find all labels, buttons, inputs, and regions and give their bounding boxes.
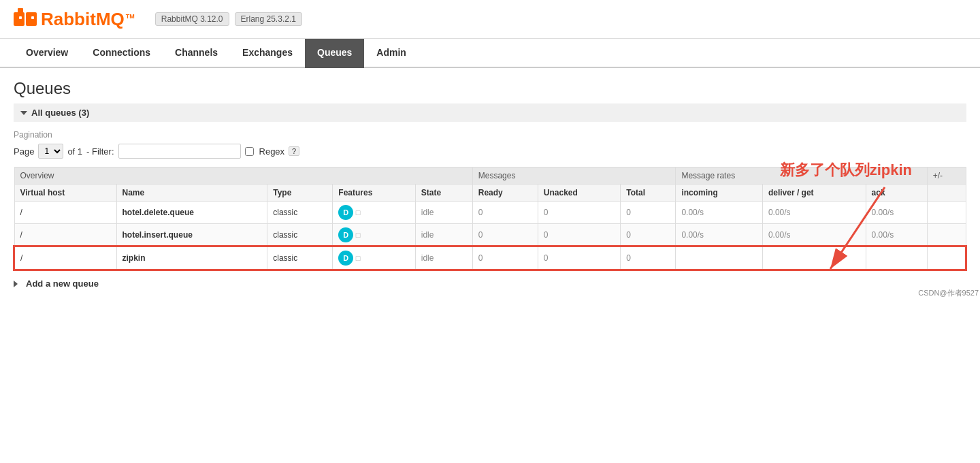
queue-name-link[interactable]: zipkin (122, 253, 146, 263)
table-row[interactable]: /zipkinclassicD □idle000 (14, 246, 966, 270)
rabbitmq-version-badge: RabbitMQ 3.12.0 (155, 12, 229, 26)
svg-rect-1 (26, 12, 37, 26)
feature-badge: D (338, 227, 353, 242)
filter-input[interactable] (118, 144, 241, 159)
col-group-overview: Overview (14, 167, 472, 185)
nav-item-exchanges[interactable]: Exchanges (230, 39, 305, 68)
nav-item-overview[interactable]: Overview (14, 39, 80, 68)
table-cell: 0 (472, 202, 538, 224)
table-cell: D □ (333, 224, 415, 247)
nav-item-queues[interactable]: Queues (305, 39, 364, 68)
erlang-version-badge: Erlang 25.3.2.1 (235, 12, 302, 26)
version-badges: RabbitMQ 3.12.0 Erlang 25.3.2.1 (155, 12, 302, 26)
table-cell (927, 224, 966, 247)
table-cell: zipkin (116, 246, 267, 270)
table-cell: idle (415, 224, 472, 247)
table-cell: hotel.delete.queue (116, 202, 267, 224)
col-group-messages: Messages (472, 167, 676, 185)
logo: RabbitMQTM (14, 7, 135, 31)
pagination-controls: Page 1 of 1 - Filter: Regex ? (14, 144, 966, 159)
logo-text: RabbitMQTM (41, 9, 135, 30)
table-cell: hotel.insert.queue (116, 224, 267, 247)
svg-rect-4 (31, 16, 34, 19)
main-content: Queues All queues (3) Pagination Page 1 … (0, 68, 980, 300)
table-cell: 0.00/s (676, 224, 762, 247)
col-group-plusminus[interactable]: +/- (927, 167, 966, 185)
table-cell: idle (415, 246, 472, 270)
table-cell: 0 (621, 246, 676, 270)
table-cell: classic (267, 202, 333, 224)
table-cell (927, 202, 966, 224)
table-cell: 0.00/s (762, 202, 866, 224)
feature-badge: D (338, 205, 353, 220)
table-cell: D □ (333, 202, 415, 224)
nav-item-admin[interactable]: Admin (364, 39, 419, 68)
table-cell: 0 (472, 224, 538, 247)
regex-checkbox[interactable] (245, 147, 254, 156)
queues-table: Overview Messages Message rates +/- Virt… (14, 167, 966, 270)
col-group-message-rates: Message rates (676, 167, 927, 185)
table-cell: 0.00/s (866, 224, 927, 247)
table-cell: 0 (621, 224, 676, 247)
feature-badge: D (338, 251, 353, 266)
nav-item-connections[interactable]: Connections (80, 39, 163, 68)
table-cell (866, 246, 927, 270)
col-unacked: Unacked (538, 185, 620, 202)
state-label: idle (421, 208, 434, 217)
add-queue-triangle-icon (14, 281, 18, 287)
table-row[interactable]: /hotel.insert.queueclassicD □idle0000.00… (14, 224, 966, 247)
table-cell: 0 (621, 202, 676, 224)
watermark: CSDN@作者9527 (918, 288, 979, 298)
nav-item-channels[interactable]: Channels (163, 39, 230, 68)
col-name: Name (116, 185, 267, 202)
col-type: Type (267, 185, 333, 202)
page-title: Queues (14, 79, 966, 98)
table-cell: D □ (333, 246, 415, 270)
add-queue-label: Add a new queue (26, 278, 99, 289)
queue-name-link[interactable]: hotel.insert.queue (122, 230, 193, 240)
table-cell: 0 (538, 246, 620, 270)
table-cell: 0 (472, 246, 538, 270)
pagination-section: Pagination Page 1 of 1 - Filter: Regex ? (14, 130, 966, 159)
svg-rect-2 (18, 8, 23, 15)
add-queue-section[interactable]: Add a new queue (14, 278, 966, 289)
col-incoming: incoming (676, 185, 762, 202)
table-cell: 0 (538, 202, 620, 224)
col-action (927, 185, 966, 202)
header: RabbitMQTM RabbitMQ 3.12.0 Erlang 25.3.2… (0, 0, 980, 39)
col-features: Features (333, 185, 415, 202)
state-label: idle (421, 253, 434, 263)
table-cell: 0.00/s (676, 202, 762, 224)
table-cell (676, 246, 762, 270)
table-cell (762, 246, 866, 270)
pagination-label: Pagination (14, 130, 966, 140)
table-cell: 0.00/s (866, 202, 927, 224)
col-ack: ack (866, 185, 927, 202)
all-queues-section-header[interactable]: All queues (3) (14, 103, 966, 122)
filter-label: - Filter: (86, 146, 114, 157)
col-virtual-host: Virtual host (14, 185, 116, 202)
page-of-label: of 1 (67, 146, 82, 157)
page-select[interactable]: 1 (38, 144, 63, 159)
all-queues-label: All queues (3) (31, 108, 89, 118)
svg-rect-3 (19, 16, 22, 19)
collapse-triangle-icon (20, 111, 27, 115)
col-total: Total (621, 185, 676, 202)
table-row[interactable]: /hotel.delete.queueclassicD □idle0000.00… (14, 202, 966, 224)
queue-name-link[interactable]: hotel.delete.queue (122, 208, 194, 217)
table-cell (927, 246, 966, 270)
table-cell: classic (267, 246, 333, 270)
table-cell: idle (415, 202, 472, 224)
col-deliver-get: deliver / get (762, 185, 866, 202)
table-cell: / (14, 224, 116, 247)
col-ready: Ready (472, 185, 538, 202)
regex-label: Regex (259, 146, 285, 157)
table-cell: / (14, 246, 116, 270)
main-nav: Overview Connections Channels Exchanges … (0, 39, 980, 68)
table-cell: / (14, 202, 116, 224)
page-label: Page (14, 146, 34, 157)
table-cell: 0.00/s (762, 224, 866, 247)
table-cell: 0 (538, 224, 620, 247)
regex-help-button[interactable]: ? (289, 146, 299, 156)
col-state: State (415, 185, 472, 202)
